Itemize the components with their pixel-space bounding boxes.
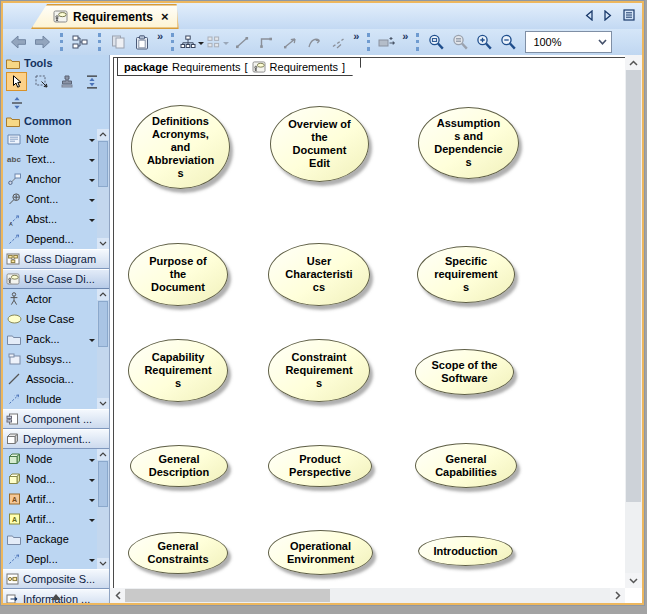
palette-item-anchor[interactable]: Anchor	[3, 169, 97, 189]
scroll-up-icon[interactable]	[97, 129, 109, 140]
palette-header-tools[interactable]: Tools	[3, 55, 109, 71]
chevron-down-icon[interactable]	[89, 479, 95, 485]
scroll-up-icon[interactable]	[97, 449, 109, 460]
distribute-vertical-tool[interactable]	[81, 72, 102, 91]
diagram-canvas[interactable]: package Requirements [ Requirements ] De…	[110, 55, 625, 588]
paste-button[interactable]	[130, 31, 154, 53]
scroll-track[interactable]	[97, 300, 109, 398]
scroll-right-icon[interactable]	[610, 588, 625, 603]
scroll-up-icon[interactable]	[625, 55, 642, 70]
palette-item-use-case[interactable]: Use Case	[3, 309, 97, 329]
use-case-node[interactable]: Scope of the Software	[415, 349, 514, 395]
palette-item-dependency[interactable]: Depend...	[3, 229, 97, 249]
scroll-thumb[interactable]	[98, 461, 108, 507]
chevron-down-icon[interactable]	[89, 459, 95, 465]
use-case-node[interactable]: Operational Environment	[268, 530, 373, 575]
zoom-in-button[interactable]	[472, 31, 496, 53]
use-case-node[interactable]: Specific requirement s	[417, 246, 515, 303]
back-button[interactable]	[6, 31, 30, 53]
forward-button[interactable]	[30, 31, 54, 53]
zoom-out-button[interactable]	[496, 31, 520, 53]
copy-button[interactable]	[106, 31, 130, 53]
diagram-frame-header[interactable]: package Requirements [ Requirements ]	[117, 57, 361, 76]
scroll-thumb[interactable]	[626, 70, 641, 502]
palette-item-containment[interactable]: Cont...	[3, 189, 97, 209]
chevron-down-icon[interactable]	[89, 339, 95, 345]
chevron-down-icon[interactable]	[89, 519, 95, 525]
palette-item-node-yellow[interactable]: Nod...	[3, 469, 97, 489]
chevron-down-icon[interactable]	[89, 219, 95, 225]
palette-mini-scrollbar[interactable]	[97, 449, 109, 569]
use-case-node[interactable]: Purpose of the Document	[128, 243, 228, 306]
use-case-node[interactable]: Capability Requirement s	[128, 339, 228, 402]
use-case-node[interactable]: Overview of the Document Edit	[270, 106, 369, 182]
palette-item-package2[interactable]: Package	[3, 529, 97, 549]
chevron-down-icon[interactable]	[223, 42, 229, 48]
palette-item-text[interactable]: abc Text...	[3, 149, 97, 169]
chevron-down-icon[interactable]	[198, 42, 204, 48]
sidebar-item-component-diagram[interactable]: Component ...	[3, 409, 109, 429]
use-case-node[interactable]: General Capabilities	[415, 443, 517, 488]
vertical-scrollbar[interactable]	[625, 55, 642, 588]
tab-requirements[interactable]: Requirements ×	[31, 4, 179, 29]
use-case-node[interactable]: Assumption s and Dependencie s	[418, 107, 519, 179]
align-vertical-tool[interactable]	[6, 93, 27, 112]
draw-oblique-path-button[interactable]	[230, 31, 254, 53]
palette-item-subsystem[interactable]: Subsys...	[3, 349, 97, 369]
palette-mini-scrollbar[interactable]	[97, 289, 109, 409]
use-case-node[interactable]: General Constraints	[128, 532, 228, 574]
palette-item-association[interactable]: Associa...	[3, 369, 97, 389]
next-diagram-icon[interactable]	[604, 10, 612, 21]
use-case-node[interactable]: Product Perspective	[268, 445, 372, 487]
palette-scroll-up-button[interactable]	[3, 592, 109, 602]
stamp-tool[interactable]	[56, 72, 77, 91]
toolbar-overflow-icon[interactable]: »	[350, 30, 361, 42]
chevron-down-icon[interactable]	[89, 559, 95, 565]
scroll-down-icon[interactable]	[625, 573, 642, 588]
sidebar-item-class-diagram[interactable]: Class Diagram	[3, 249, 109, 269]
scroll-track[interactable]	[97, 140, 109, 238]
zoom-fit-button[interactable]	[448, 31, 472, 53]
scroll-down-icon[interactable]	[97, 238, 109, 249]
chevron-down-icon[interactable]	[89, 199, 95, 205]
chevron-down-icon[interactable]	[89, 159, 95, 165]
diagram-list-icon[interactable]	[623, 9, 635, 21]
select-cursor-tool[interactable]	[6, 72, 27, 91]
scroll-up-icon[interactable]	[97, 289, 109, 300]
toolbar-overflow-icon[interactable]: »	[399, 30, 410, 42]
scroll-thumb[interactable]	[98, 301, 108, 347]
multi-select-tool[interactable]	[31, 72, 52, 91]
use-case-node[interactable]: Constraint Requirement s	[268, 339, 370, 402]
sidebar-item-use-case-diagram[interactable]: Use Case Di...	[3, 269, 109, 289]
palette-header-common[interactable]: Common	[3, 113, 109, 129]
use-case-node[interactable]: Definitions Acronyms, and Abbreviation s	[131, 105, 230, 189]
use-case-node[interactable]: General Description	[130, 445, 228, 487]
palette-item-artifact-orange[interactable]: A Artif...	[3, 489, 97, 509]
sidebar-item-composite-structure[interactable]: Composite S...	[3, 569, 109, 589]
prev-diagram-icon[interactable]	[585, 10, 593, 21]
related-elements-button[interactable]	[68, 31, 92, 53]
palette-item-actor[interactable]: Actor	[3, 289, 97, 309]
draw-dashed-path-button[interactable]	[326, 31, 350, 53]
scroll-thumb[interactable]	[125, 589, 330, 602]
scroll-track[interactable]	[97, 460, 109, 558]
use-case-node[interactable]: Introduction	[418, 536, 513, 566]
scroll-thumb[interactable]	[98, 141, 108, 187]
palette-item-package[interactable]: Pack...	[3, 329, 97, 349]
scroll-down-icon[interactable]	[97, 558, 109, 569]
draw-rectilinear-path-button[interactable]	[254, 31, 278, 53]
zoom-level-select[interactable]: 100%	[525, 31, 612, 53]
palette-item-abstraction[interactable]: A Abst...	[3, 209, 97, 229]
scroll-down-icon[interactable]	[97, 398, 109, 409]
layout-grid-button[interactable]	[205, 31, 230, 53]
layout-tree-button[interactable]	[179, 31, 205, 53]
palette-item-deploy[interactable]: Depl...	[3, 549, 97, 569]
chevron-down-icon[interactable]	[89, 139, 95, 145]
sidebar-item-deployment-diagram[interactable]: Deployment...	[3, 429, 109, 449]
use-case-node[interactable]: User Characteristi cs	[268, 243, 370, 306]
draw-curve-path-button[interactable]	[302, 31, 326, 53]
scroll-left-icon[interactable]	[110, 588, 125, 603]
palette-mini-scrollbar[interactable]	[97, 129, 109, 249]
horizontal-scrollbar[interactable]	[110, 588, 625, 603]
chevron-down-icon[interactable]	[89, 499, 95, 505]
